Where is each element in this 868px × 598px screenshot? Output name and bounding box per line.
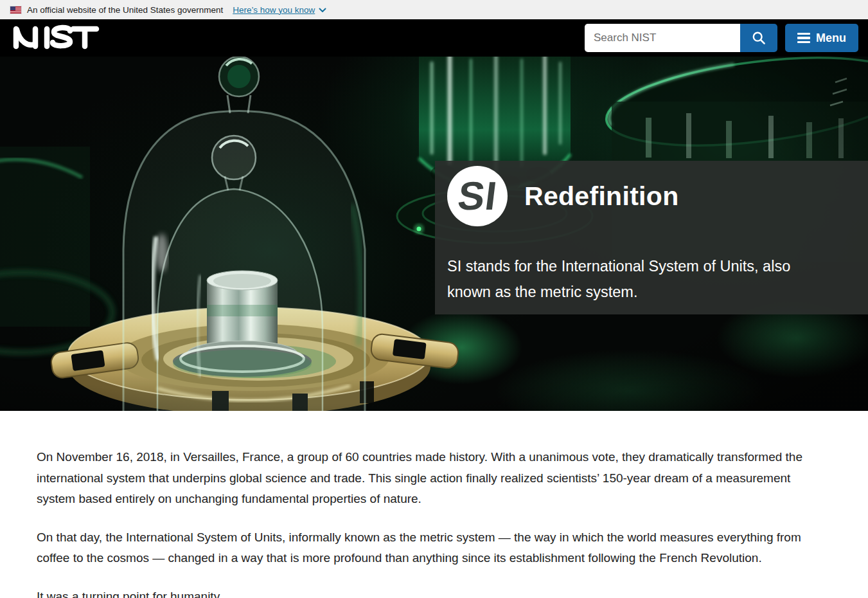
heres-how-you-know-link[interactable]: Here’s how you know [233,5,326,15]
nist-logo[interactable]: NIST [10,24,100,52]
hero-section: SI Redefinition SI stands for the Intern… [0,57,868,411]
article-paragraph-1: On November 16, 2018, in Versailles, Fra… [37,447,828,510]
hero-overlay-panel: SI Redefinition SI stands for the Intern… [435,161,868,314]
menu-icon [797,33,810,44]
hero-overlay-header: SI Redefinition [447,166,849,226]
site-header: NIST Menu [0,19,868,57]
menu-button[interactable]: Menu [785,24,858,52]
heres-how-you-know-label: Here’s how you know [233,5,315,15]
article-body: On November 16, 2018, in Versailles, Fra… [0,411,868,598]
search-button[interactable] [740,24,777,52]
search-icon [751,30,766,46]
us-flag-icon [10,6,21,14]
chevron-down-icon [319,8,326,13]
nist-logo-icon [10,24,100,50]
hero-title: Redefinition [524,181,678,212]
gov-banner: An official website of the United States… [0,0,868,19]
si-logo-badge: SI [447,166,508,226]
gov-banner-text: An official website of the United States… [27,5,223,15]
menu-button-label: Menu [816,32,846,45]
article-paragraph-2: On that day, the International System of… [37,527,828,569]
article-paragraph-3: It was a turning point for humanity. [37,586,828,598]
search-input[interactable] [585,24,740,52]
header-controls: Menu [585,24,858,52]
hero-subtitle: SI stands for the International System o… [447,253,838,305]
si-badge-text: SI [456,176,499,216]
nist-logo-text: NIST [100,24,101,24]
search-group [585,24,777,52]
